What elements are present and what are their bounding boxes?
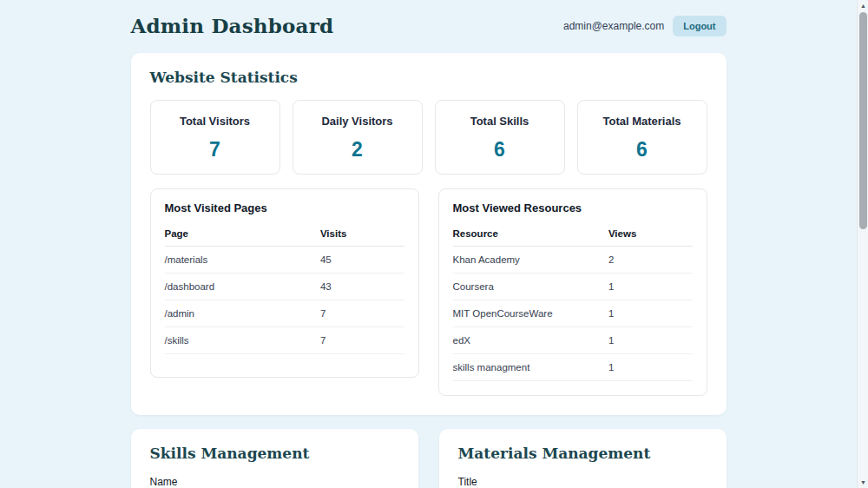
visits-cell: 45 — [320, 247, 404, 274]
views-cell: 2 — [608, 247, 693, 274]
stat-label: Daily Visitors — [300, 115, 415, 128]
viewport: Admin Dashboard admin@example.com Logout… — [0, 0, 857, 488]
stat-label: Total Materials — [585, 115, 700, 128]
visits-cell: 7 — [320, 300, 404, 327]
column-header-views: Views — [608, 220, 693, 247]
resource-cell: edX — [453, 327, 608, 354]
page-title: Admin Dashboard — [131, 14, 334, 37]
stat-value: 6 — [443, 138, 557, 162]
header-right: admin@example.com Logout — [563, 16, 727, 36]
table-row: /dashboard 43 — [165, 274, 404, 300]
resource-cell: Khan Academy — [453, 247, 608, 274]
panel-title: Most Visited Pages — [165, 201, 404, 214]
scrollbar-thumb[interactable] — [859, 12, 867, 229]
stat-card-total-skills: Total Skills 6 — [435, 100, 565, 175]
materials-management-heading: Materials Management — [458, 445, 707, 462]
most-visited-pages-table: Page Visits /materials 45 /dashboard — [165, 220, 404, 354]
table-row: /skills 7 — [165, 327, 404, 354]
table-row: edX 1 — [453, 327, 693, 354]
stat-card-total-materials: Total Materials 6 — [577, 100, 707, 175]
stat-card-total-visitors: Total Visitors 7 — [150, 100, 280, 175]
tables-row: Most Visited Pages Page Visits /material… — [150, 188, 707, 396]
stat-value: 6 — [585, 138, 700, 162]
resource-cell: skills managment — [453, 354, 608, 381]
table-row: Khan Academy 2 — [453, 247, 693, 274]
resource-cell: MIT OpenCourseWare — [453, 300, 608, 327]
table-header-row: Resource Views — [453, 220, 693, 247]
panel-title: Most Viewed Resources — [453, 201, 693, 214]
user-email: admin@example.com — [563, 20, 664, 32]
visits-cell: 7 — [320, 327, 404, 354]
management-row: Skills Management Name Description Mater… — [131, 429, 727, 488]
resource-cell: Coursera — [453, 274, 608, 300]
most-visited-pages-panel: Most Visited Pages Page Visits /material… — [150, 188, 419, 378]
column-header-resource: Resource — [453, 220, 608, 247]
page-cell: /dashboard — [165, 274, 320, 300]
stat-cards-row: Total Visitors 7 Daily Visitors 2 Total … — [150, 100, 707, 175]
table-row: skills managment 1 — [453, 354, 693, 381]
page-cell: /materials — [165, 247, 320, 274]
website-statistics-heading: Website Statistics — [150, 69, 707, 86]
views-cell: 1 — [608, 300, 693, 327]
most-viewed-resources-panel: Most Viewed Resources Resource Views Kha… — [438, 188, 707, 396]
scrollbar[interactable]: ▲ ▼ — [857, 0, 868, 488]
material-title-label: Title — [458, 476, 707, 488]
header: Admin Dashboard admin@example.com Logout — [131, 14, 727, 37]
page-cell: /skills — [165, 327, 320, 354]
page-container: Admin Dashboard admin@example.com Logout… — [131, 0, 727, 488]
table-header-row: Page Visits — [165, 220, 404, 247]
materials-management-section: Materials Management Title Type — [439, 429, 727, 488]
stat-value: 7 — [158, 138, 273, 162]
skill-name-label: Name — [150, 476, 399, 488]
views-cell: 1 — [608, 274, 693, 300]
table-row: /admin 7 — [165, 300, 404, 327]
views-cell: 1 — [608, 327, 693, 354]
stat-label: Total Skills — [443, 115, 557, 128]
views-cell: 1 — [608, 354, 693, 381]
skills-management-heading: Skills Management — [150, 445, 399, 462]
stat-value: 2 — [300, 138, 415, 162]
table-row: /materials 45 — [165, 247, 404, 274]
visits-cell: 43 — [320, 274, 404, 300]
column-header-page: Page — [165, 220, 320, 247]
skills-management-section: Skills Management Name Description — [131, 429, 418, 488]
logout-button[interactable]: Logout — [673, 16, 726, 36]
most-viewed-resources-table: Resource Views Khan Academy 2 Coursera — [453, 220, 693, 381]
page-cell: /admin — [165, 300, 320, 327]
table-row: MIT OpenCourseWare 1 — [453, 300, 693, 327]
scroll-down-icon[interactable]: ▼ — [858, 477, 868, 488]
scroll-up-icon[interactable]: ▲ — [858, 0, 868, 11]
stat-label: Total Visitors — [158, 115, 273, 128]
column-header-visits: Visits — [320, 220, 404, 247]
website-statistics-section: Website Statistics Total Visitors 7 Dail… — [131, 53, 727, 415]
table-row: Coursera 1 — [453, 274, 693, 300]
stat-card-daily-visitors: Daily Visitors 2 — [293, 100, 423, 175]
